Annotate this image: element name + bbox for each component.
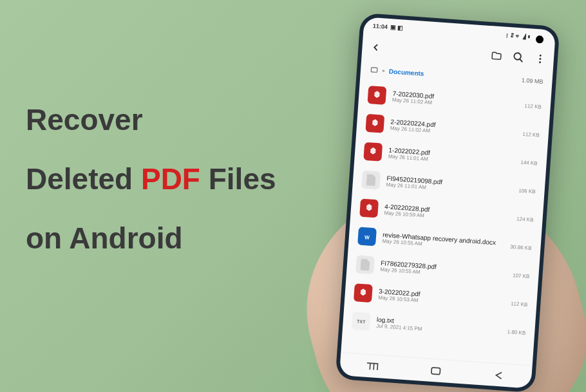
file-info: 3-2022022.pdfMay 26 10:53 AM (378, 288, 505, 310)
status-system-icons: ⋮ ⇵ ᯤ ◢ ▮ (506, 32, 531, 41)
pdf-file-icon (359, 199, 379, 218)
file-size: 107 KB (513, 272, 530, 279)
file-size: 112 KB (524, 102, 542, 109)
more-options-icon[interactable] (534, 53, 546, 65)
search-icon[interactable] (512, 51, 524, 64)
home-icon (370, 65, 379, 75)
txt-file-icon: TXT (352, 312, 371, 331)
blank-file-icon (361, 171, 381, 190)
svg-point-2 (539, 58, 541, 60)
status-notification-icons: ▣ ◧ (390, 24, 404, 31)
breadcrumb-separator: ▸ (383, 68, 386, 73)
phone-screen: 11:04 ▣ ◧ ⋮ ⇵ ᯤ ◢ ▮ ▸ Documents (339, 17, 556, 388)
file-size: 112 KB (511, 301, 528, 308)
svg-point-1 (540, 55, 542, 57)
file-info: 2-20220224.pdfMay 26 11:02 AM (390, 118, 517, 140)
breadcrumb[interactable]: ▸ Documents (370, 65, 424, 78)
file-info: 7-2022030.pdfMay 26 11:02 AM (392, 90, 519, 112)
svg-point-3 (539, 61, 541, 63)
headline-highlight: PDF (141, 162, 200, 196)
status-time: 11:04 (373, 23, 388, 30)
file-size: 112 KB (522, 131, 540, 138)
pdf-file-icon (363, 142, 383, 162)
file-size: 1.80 KB (507, 328, 525, 335)
headline-line-3: on Android (26, 209, 276, 268)
svg-rect-7 (431, 367, 440, 374)
file-info: FI94520219098.pdfMay 26 11:01 AM (386, 174, 513, 196)
phone-frame: 11:04 ▣ ◧ ⋮ ⇵ ᯤ ◢ ▮ ▸ Documents (335, 13, 560, 392)
file-info: 1-2022022.pdfMay 26 11:01 AM (388, 146, 515, 168)
headline-text: Recover Deleted PDF Files on Android (26, 90, 276, 268)
file-size: 30.86 KB (510, 243, 531, 250)
blank-file-icon (355, 255, 375, 274)
pdf-file-icon (367, 86, 386, 105)
file-info: FI78620279328.pdfMay 26 10:55 AM (380, 259, 507, 281)
home-nav-icon[interactable] (429, 366, 442, 375)
back-icon[interactable] (370, 41, 382, 53)
headline-line-1: Recover (26, 90, 276, 149)
pdf-file-icon (365, 114, 384, 133)
docx-file-icon: W (357, 227, 377, 246)
recents-nav-icon[interactable] (365, 361, 379, 371)
file-info: 4-20220228.pdfMay 26 10:59 AM (384, 203, 511, 225)
file-list[interactable]: 7-2022030.pdfMay 26 11:02 AM112 KB2-2022… (341, 79, 551, 366)
svg-rect-4 (371, 68, 377, 73)
back-nav-icon[interactable] (493, 370, 506, 380)
new-folder-icon[interactable] (491, 50, 503, 62)
file-size: 124 KB (516, 216, 534, 223)
file-info: revise-Whatsapp recovery android.docxMay… (382, 231, 504, 252)
svg-text:W: W (364, 234, 370, 241)
headline-line-2: Deleted PDF Files (26, 149, 276, 209)
pdf-file-icon (354, 283, 373, 303)
file-size: 106 KB (518, 187, 536, 194)
breadcrumb-current-folder: Documents (389, 68, 424, 77)
file-size: 144 KB (520, 159, 538, 166)
file-info: log.txtJul 9, 2021 4:15 PM (376, 316, 501, 337)
folder-total-size: 1.09 MB (522, 77, 543, 85)
